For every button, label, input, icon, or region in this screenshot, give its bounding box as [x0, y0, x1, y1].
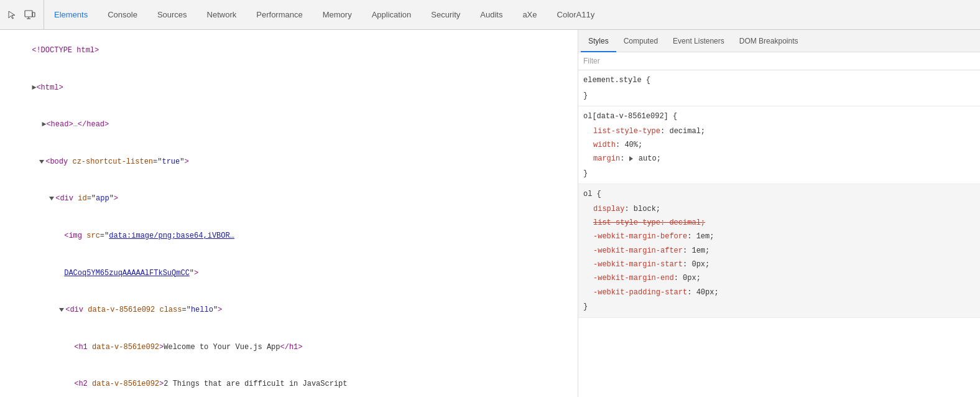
- css-block-element-style: element.style { }: [578, 70, 980, 106]
- top-nav: Elements Console Sources Network Perform…: [0, 0, 980, 30]
- responsive-icon[interactable]: [22, 7, 37, 22]
- tab-memory[interactable]: Memory: [313, 1, 362, 30]
- sub-tabs: Styles Computed Event Listeners DOM Brea…: [578, 30, 980, 52]
- filter-label: Filter: [583, 57, 600, 65]
- dom-line-h2[interactable]: <h2 data-v-8561e092>2 Things that are di…: [0, 366, 578, 397]
- dom-line-img[interactable]: <img src="data:image/png;base64,iVBOR…: [0, 218, 578, 255]
- subtab-dom-breakpoints[interactable]: DOM Breakpoints: [732, 30, 806, 52]
- tab-performance[interactable]: Performance: [246, 1, 312, 30]
- css-rule-webkit-margin-end: -webkit-margin-end: 0px;: [578, 271, 980, 285]
- css-rule-width: width: 40%;: [578, 138, 980, 152]
- tab-console[interactable]: Console: [98, 1, 147, 30]
- tab-colora11y[interactable]: ColorA11y: [547, 1, 605, 30]
- css-rule-list-style-strikethrough: list-style-type: decimal;: [578, 216, 980, 230]
- css-rule-webkit-margin-start: -webkit-margin-start: 0px;: [578, 258, 980, 271]
- element-style-close: }: [578, 88, 980, 103]
- css-rule-webkit-margin-after: -webkit-margin-after: 1em;: [578, 244, 980, 258]
- collapse-div-hello-icon: [59, 308, 64, 312]
- dom-line-body[interactable]: <body cz-shortcut-listen="true">: [0, 144, 578, 181]
- css-rule-webkit-padding-start: -webkit-padding-start: 40px;: [578, 286, 980, 299]
- dom-line-h1[interactable]: <h1 data-v-8561e092>Welcome to Your Vue.…: [0, 329, 578, 367]
- css-rule-list-style-type: list-style-type: decimal;: [578, 124, 980, 138]
- cursor-icon[interactable]: [6, 9, 19, 21]
- right-panel: Styles Computed Event Listeners DOM Brea…: [578, 30, 980, 397]
- styles-content[interactable]: Filter element.style { } ol[data-v-8561e…: [578, 52, 980, 397]
- tab-axe[interactable]: aXe: [512, 1, 547, 30]
- svg-rect-0: [25, 11, 32, 17]
- ol-plain-selector: ol {: [578, 187, 980, 202]
- ol-attr-selector: ol[data-v-8561e092] {: [578, 109, 980, 124]
- dom-panel[interactable]: <!DOCTYPE html> ►<html> ►<head>…</head> …: [0, 30, 578, 397]
- tab-elements[interactable]: Elements: [44, 1, 98, 30]
- dom-line-div-app[interactable]: <div id="app">: [0, 180, 578, 218]
- css-rule-webkit-margin-before: -webkit-margin-before: 1em;: [578, 230, 980, 243]
- dom-line-div-hello[interactable]: <div data-v-8561e092 class="hello">: [0, 292, 578, 329]
- tab-application[interactable]: Application: [362, 1, 422, 30]
- dom-line-img-cont[interactable]: DACoq5YM65zuqAAAAAlFTkSuQmCC">: [0, 255, 578, 292]
- collapse-body-icon: [39, 160, 44, 164]
- filter-bar: Filter: [578, 52, 980, 70]
- dom-line-head[interactable]: ►<head>…</head>: [0, 106, 578, 144]
- css-rule-display: display: block;: [578, 202, 980, 216]
- main-nav: Elements Console Sources Network Perform…: [44, 0, 604, 30]
- subtab-computed[interactable]: Computed: [616, 30, 665, 52]
- svg-rect-1: [32, 12, 35, 17]
- ol-attr-close: }: [578, 166, 980, 181]
- css-block-ol-attr: ol[data-v-8561e092] { list-style-type: d…: [578, 106, 980, 184]
- subtab-event-listeners[interactable]: Event Listeners: [665, 30, 732, 52]
- subtab-styles[interactable]: Styles: [581, 30, 616, 52]
- dom-line-html[interactable]: ►<html>: [0, 70, 578, 107]
- collapse-div-app-icon: [49, 197, 54, 200]
- main-area: <!DOCTYPE html> ►<html> ►<head>…</head> …: [0, 30, 980, 397]
- tab-sources[interactable]: Sources: [147, 1, 197, 30]
- dom-line-doctype[interactable]: <!DOCTYPE html>: [0, 32, 578, 70]
- css-rule-margin: margin: auto;: [578, 152, 980, 166]
- tab-network[interactable]: Network: [197, 1, 247, 30]
- css-block-ol-plain: ol { display: block; list-style-type: de…: [578, 184, 980, 318]
- nav-icons: [0, 0, 44, 29]
- element-style-selector: element.style {: [578, 73, 980, 88]
- ol-plain-close: }: [578, 299, 980, 314]
- tab-security[interactable]: Security: [421, 1, 470, 30]
- tab-audits[interactable]: Audits: [470, 1, 512, 30]
